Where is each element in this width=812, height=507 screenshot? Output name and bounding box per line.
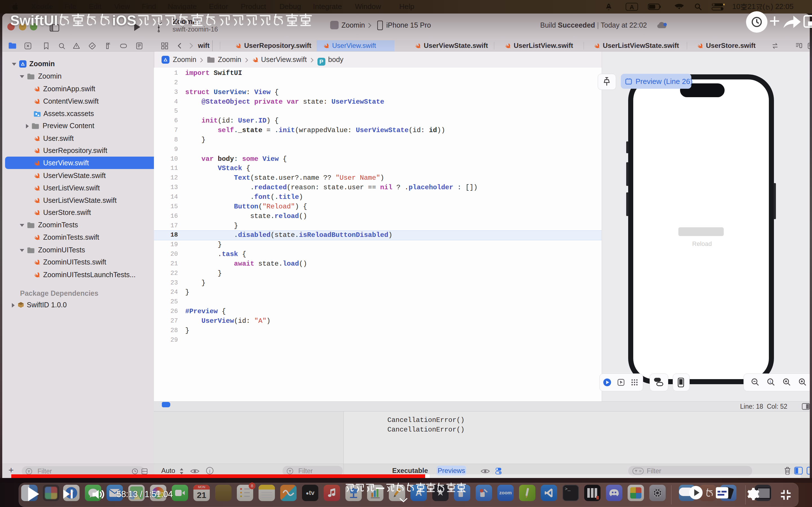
svg-text:1: 1: [769, 380, 771, 383]
